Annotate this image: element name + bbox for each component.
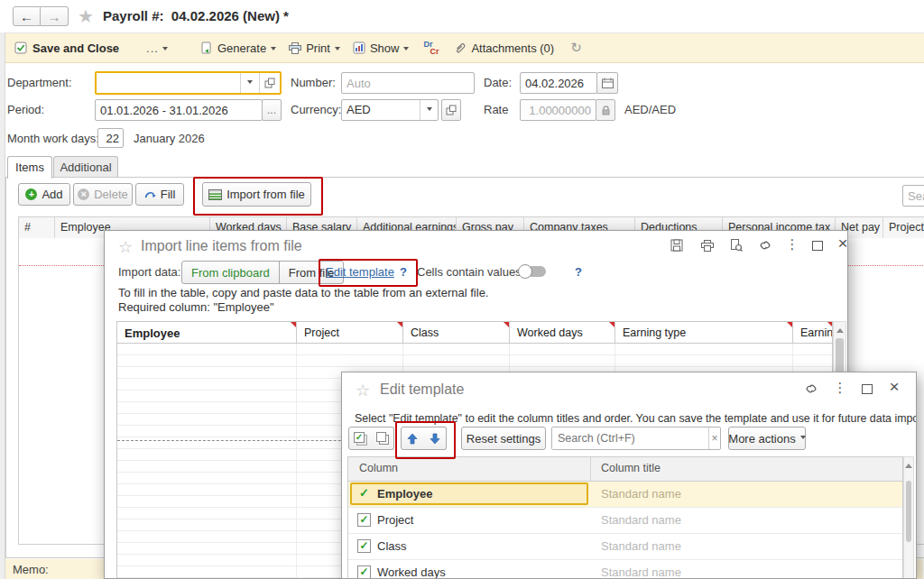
department-open-button[interactable] xyxy=(259,73,280,93)
currency-label: Currency: xyxy=(291,103,341,116)
import-column-project[interactable]: Project xyxy=(297,322,403,343)
edit-template-help-icon[interactable]: ? xyxy=(400,265,407,279)
check-all-button[interactable]: ✓ xyxy=(348,427,372,450)
import-column-class[interactable]: Class xyxy=(403,322,510,343)
row-checkbox[interactable]: ✓ xyxy=(357,565,371,579)
import-column-worked-days[interactable]: Worked days xyxy=(510,322,615,343)
print-button[interactable]: Print xyxy=(289,41,340,55)
scroll-up-icon[interactable] xyxy=(905,460,912,468)
clear-search-button[interactable]: × xyxy=(708,427,720,449)
print-preview-icon[interactable] xyxy=(725,235,747,255)
reset-settings-button[interactable]: Reset settings xyxy=(461,427,546,450)
import-column-earning-type[interactable]: Earning type xyxy=(615,322,793,343)
delete-icon: × xyxy=(78,188,89,200)
column-title-header[interactable]: Column title xyxy=(601,462,661,474)
number-field[interactable] xyxy=(341,72,475,94)
favorite-star-icon[interactable]: ★ xyxy=(78,5,94,27)
tab-additional[interactable]: Additional xyxy=(53,156,118,177)
date-calendar-button[interactable] xyxy=(596,72,618,94)
tab-items[interactable]: Items xyxy=(7,156,52,179)
template-table: Column Column title ✓EmployeeStandard na… xyxy=(347,456,903,579)
currency-open-button[interactable] xyxy=(441,99,461,121)
scrollbar-thumb[interactable] xyxy=(836,338,844,376)
maximize-icon[interactable] xyxy=(807,235,828,255)
link-icon[interactable] xyxy=(754,235,776,255)
column-title-value[interactable]: Standard name xyxy=(601,513,681,527)
chevron-down-icon xyxy=(162,47,168,53)
month-work-days-field[interactable] xyxy=(97,128,124,148)
fill-button[interactable]: Fill xyxy=(135,183,184,206)
month-work-days-label: Month work days: xyxy=(7,132,99,145)
move-up-button[interactable] xyxy=(401,427,424,450)
column-title-value[interactable]: Standard name xyxy=(601,539,681,553)
cells-contain-values-help-icon[interactable]: ? xyxy=(575,265,582,279)
period-label: Period: xyxy=(7,103,44,116)
period-field[interactable] xyxy=(95,99,263,121)
memo-label: Memo: xyxy=(13,563,49,576)
add-button[interactable]: +Add xyxy=(18,183,70,206)
more-actions-button[interactable]: More actions xyxy=(728,427,806,450)
template-row-class[interactable]: ✓ClassStandard name xyxy=(348,534,902,560)
scroll-up-icon[interactable] xyxy=(836,325,844,333)
department-dropdown-button[interactable] xyxy=(240,73,259,93)
items-search-input[interactable] xyxy=(902,185,924,207)
import-from-file-button[interactable]: Import from file xyxy=(202,182,311,207)
uncheck-all-button[interactable] xyxy=(371,427,394,450)
template-row-project[interactable]: ✓ProjectStandard name xyxy=(348,508,902,534)
forward-button[interactable]: → xyxy=(41,6,69,26)
debit-credit-icon[interactable]: Dr Cr xyxy=(423,40,441,56)
template-search-input[interactable] xyxy=(552,427,708,449)
dialog-star-icon[interactable]: ☆ xyxy=(356,381,370,400)
grid-column-#[interactable]: # xyxy=(19,217,55,238)
column-name: Class xyxy=(377,539,407,553)
number-label: Number: xyxy=(291,76,336,89)
import-column-earnings[interactable]: Earnings xyxy=(793,322,833,343)
close-icon[interactable]: × xyxy=(883,377,905,397)
from-clipboard-button[interactable]: From clipboard xyxy=(182,262,279,283)
template-row-worked-days[interactable]: ✓Worked daysStandard name xyxy=(348,560,902,579)
department-combobox[interactable] xyxy=(95,71,282,95)
report-icon xyxy=(353,41,365,54)
link-icon[interactable] xyxy=(800,379,822,399)
chevron-down-icon xyxy=(335,47,340,53)
save-icon[interactable] xyxy=(666,235,688,255)
refresh-icon[interactable]: ↻ xyxy=(570,40,582,56)
import-column-employee[interactable]: Employee xyxy=(117,322,297,343)
template-table-scrollbar[interactable] xyxy=(903,456,914,579)
stacked-boxes-icon xyxy=(376,432,389,445)
grid-column-project[interactable]: Project xyxy=(883,217,924,238)
template-table-header: Column Column title xyxy=(348,457,902,482)
currency-combobox[interactable]: AED xyxy=(341,99,439,121)
row-checkbox[interactable]: ✓ xyxy=(357,513,371,527)
date-field[interactable] xyxy=(520,72,597,94)
move-down-button[interactable] xyxy=(423,427,447,450)
back-button[interactable]: ← xyxy=(13,6,41,26)
attachments-button[interactable]: Attachments (0) xyxy=(454,41,554,55)
checked-icon[interactable]: ✓ xyxy=(359,486,369,500)
import-hint-line1: To fill in the table, copy and paste dat… xyxy=(118,286,488,299)
edit-template-description: Select "Edit template" to edit the colum… xyxy=(355,412,917,425)
dialog-star-icon[interactable]: ☆ xyxy=(118,237,133,257)
more-vertical-icon[interactable]: ⋮ xyxy=(829,378,851,398)
cells-contain-values-toggle[interactable] xyxy=(518,264,547,279)
save-and-close-button[interactable]: Save and Close xyxy=(32,41,119,55)
period-more-button[interactable]: ... xyxy=(262,99,282,121)
scrollbar-thumb[interactable] xyxy=(906,481,911,542)
generate-button[interactable]: Generate xyxy=(200,41,276,55)
maximize-icon[interactable] xyxy=(856,379,878,399)
column-header[interactable]: Column xyxy=(359,462,398,474)
show-button[interactable]: Show xyxy=(353,41,410,55)
import-grid-header: EmployeeProjectClassWorked daysEarning t… xyxy=(116,321,833,344)
column-title-value[interactable]: Standard name xyxy=(601,565,681,579)
more-commands-button[interactable]: ... xyxy=(146,41,168,55)
row-checkbox[interactable]: ✓ xyxy=(357,539,371,553)
close-icon[interactable]: × xyxy=(832,234,848,253)
print-icon[interactable] xyxy=(697,235,718,255)
currency-dropdown-button[interactable] xyxy=(420,100,438,120)
title-bar: ← → ★ Payroll #: 04.02.2026 (New) * xyxy=(0,0,924,33)
column-title-value[interactable]: Standard name xyxy=(601,487,681,501)
more-vertical-icon[interactable]: ⋮ xyxy=(781,234,803,254)
edit-template-link[interactable]: Edit template xyxy=(326,265,394,279)
delete-button: ×Delete xyxy=(73,183,133,206)
template-row-employee[interactable]: ✓EmployeeStandard name xyxy=(348,482,902,508)
